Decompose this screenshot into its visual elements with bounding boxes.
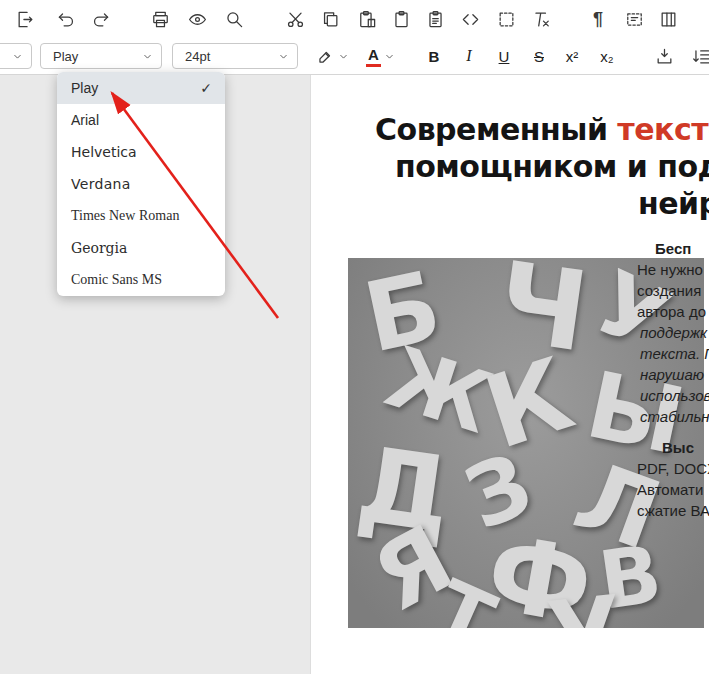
preview-button[interactable] [185, 7, 209, 31]
font-menu-item-times-new-roman[interactable]: Times New Roman [57, 200, 225, 232]
chevron-down-icon [278, 51, 289, 62]
export-button[interactable] [13, 7, 37, 31]
undo-button[interactable] [54, 7, 78, 31]
import-button[interactable] [652, 44, 676, 68]
redo-icon [91, 10, 110, 29]
paragraph-marks-button[interactable]: ¶ [586, 7, 610, 31]
search-icon [225, 10, 244, 29]
line-spacing-icon [692, 47, 709, 66]
print-button[interactable] [148, 7, 172, 31]
superscript-label: x² [566, 48, 579, 65]
highlight-button[interactable] [316, 43, 349, 69]
menu-item-label: Georgia [71, 240, 127, 256]
document-heading-line3: нейр [638, 187, 709, 221]
export-icon [16, 10, 35, 29]
print-icon [151, 10, 170, 29]
left-edge-select[interactable] [0, 43, 32, 69]
eye-icon [188, 10, 207, 29]
chevron-down-icon [384, 51, 395, 62]
subscript-label: x₂ [600, 48, 613, 65]
bold-button[interactable]: B [421, 43, 447, 69]
checkmark-icon: ✓ [200, 80, 212, 96]
cut-button[interactable] [283, 7, 307, 31]
undo-icon [57, 10, 76, 29]
paragraph-line: использов [640, 386, 709, 406]
paragraph-line: поддержк [640, 323, 707, 343]
document-heading-line1: Современный текстов [375, 113, 709, 147]
select-all-icon [497, 10, 516, 29]
subscript-button[interactable]: x₂ [594, 43, 620, 69]
menu-item-label: Times New Roman [71, 208, 179, 224]
paragraph-line: автора до [637, 302, 706, 322]
copy-icon [321, 10, 340, 29]
font-menu-item-arial[interactable]: Arial [57, 104, 225, 136]
columns-icon [659, 10, 678, 29]
scissors-icon [286, 10, 305, 29]
redo-button[interactable] [88, 7, 112, 31]
menu-item-label: Verdana [71, 176, 131, 192]
paragraph-line: стабильно [640, 407, 709, 427]
search-button[interactable] [222, 7, 246, 31]
code-view-button[interactable] [458, 7, 482, 31]
font-menu-item-helvetica[interactable]: Helvetica [57, 136, 225, 168]
font-size-select[interactable]: 24pt [172, 43, 298, 69]
paste-keep-formatting-button[interactable] [355, 7, 379, 31]
menu-item-label: Comic Sans MS [71, 272, 162, 288]
paragraph-line: Автомати [637, 480, 703, 500]
italic-button[interactable]: I [456, 43, 482, 69]
copy-button[interactable] [318, 7, 342, 31]
main-toolbar: ¶ [0, 0, 709, 38]
document-heading-line2: помощником и подд [395, 150, 709, 184]
clear-formatting-icon [532, 10, 551, 29]
text-color-button[interactable]: A [366, 43, 395, 69]
paste-text-icon [426, 10, 445, 29]
font-menu-item-verdana[interactable]: Verdana [57, 168, 225, 200]
paragraph-line: Не нужно [637, 260, 703, 280]
strikethrough-button[interactable]: S [526, 43, 552, 69]
paragraph-line: Бесп [655, 239, 691, 259]
select-all-button[interactable] [494, 7, 518, 31]
paragraph-line: PDF, DOCX [637, 459, 709, 479]
italic-label: I [466, 47, 471, 65]
line-spacing-button[interactable] [689, 44, 709, 68]
clear-formatting-button[interactable] [529, 7, 553, 31]
underline-button[interactable]: U [491, 43, 517, 69]
collage-letter: У [543, 582, 627, 628]
import-icon [655, 47, 674, 66]
chevron-down-icon [12, 51, 23, 62]
superscript-button[interactable]: x² [559, 43, 585, 69]
chevron-down-icon [142, 51, 153, 62]
font-menu-item-comic-sans-ms[interactable]: Comic Sans MS [57, 264, 225, 296]
font-menu-item-georgia[interactable]: Georgia [57, 232, 225, 264]
underline-label: U [499, 48, 510, 65]
font-family-select[interactable]: Play [40, 43, 162, 69]
code-icon [461, 10, 480, 29]
paragraph-line: текста. По [640, 344, 709, 364]
font-menu-item-play[interactable]: Play ✓ [57, 72, 225, 104]
formatting-toolbar: Play 24pt A B I U S x² x₂ [0, 38, 709, 75]
strikethrough-label: S [534, 48, 544, 65]
menu-item-label: Helvetica [71, 144, 137, 160]
paragraph-line: Выс [662, 438, 694, 458]
invisible-chars-icon [625, 10, 644, 29]
bold-label: B [429, 48, 440, 65]
font-family-menu: Play ✓ Arial Helvetica Verdana Times New… [57, 72, 225, 296]
invisible-chars-button[interactable] [622, 7, 646, 31]
font-family-value: Play [53, 49, 142, 64]
chevron-down-icon [338, 51, 349, 62]
paragraph-line: создания [637, 281, 701, 301]
font-size-value: 24pt [185, 49, 278, 64]
heading-text-red: текстов [617, 112, 709, 147]
paragraph-line: нарушаю [640, 365, 704, 385]
paste-icon [392, 10, 411, 29]
paste-keep-formatting-icon [358, 10, 377, 29]
paste-text-button[interactable] [423, 7, 447, 31]
paste-button[interactable] [389, 7, 413, 31]
menu-item-label: Play [71, 80, 98, 96]
pilcrow-icon: ¶ [593, 10, 603, 28]
heading-text-black: Современный [375, 112, 617, 147]
menu-item-label: Arial [71, 112, 99, 128]
paragraph-line: сжатие ВА [637, 501, 709, 521]
text-color-letter: A [366, 46, 381, 66]
columns-button[interactable] [656, 7, 680, 31]
